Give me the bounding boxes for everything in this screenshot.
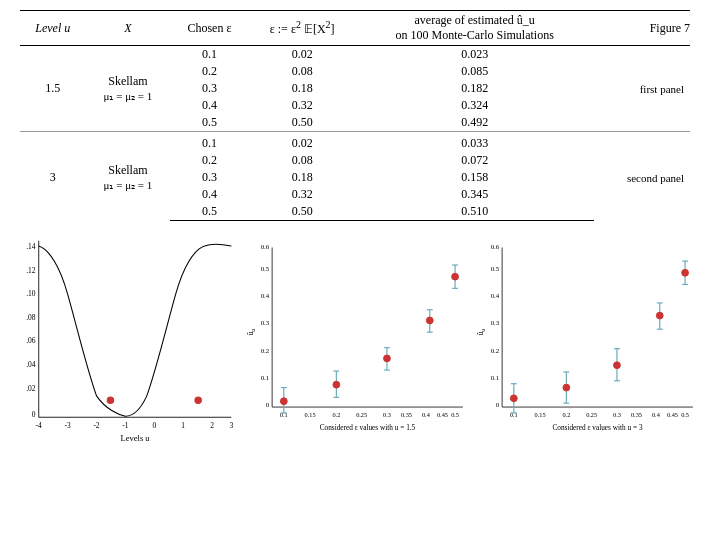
svg-text:0.5: 0.5 — [491, 265, 500, 272]
avg-cell: 0.345 — [356, 186, 594, 203]
svg-text:.10: .10 — [26, 289, 36, 298]
epsilon-cell: 0.5 — [170, 203, 248, 221]
col-header-chosen: Chosen ε — [170, 11, 248, 46]
epsilon-cell: 0.4 — [170, 97, 248, 114]
svg-text:0.5: 0.5 — [260, 265, 269, 272]
svg-text:0.5: 0.5 — [681, 411, 689, 418]
svg-text:2: 2 — [210, 421, 214, 430]
col-header-average: average of estimated û_u on 100 Monte-Ca… — [356, 11, 594, 46]
avg-cell: 0.510 — [356, 203, 594, 221]
svg-text:0.35: 0.35 — [631, 411, 642, 418]
svg-text:0.2: 0.2 — [260, 347, 269, 354]
dist-cell-0: Skellamμ₁ = μ₂ = 1 — [86, 46, 171, 132]
svg-text:0.25: 0.25 — [356, 411, 367, 418]
svg-text:0.5: 0.5 — [451, 411, 459, 418]
svg-text:0.1: 0.1 — [260, 374, 269, 381]
svg-text:0.15: 0.15 — [304, 411, 315, 418]
avg-cell: 0.324 — [356, 97, 594, 114]
svg-text:0.2: 0.2 — [491, 347, 500, 354]
epsilon-cell: 0.2 — [170, 63, 248, 80]
eps2-cell: 0.02 — [249, 132, 356, 153]
avg-cell: 0.072 — [356, 152, 594, 169]
results-table: Level u X Chosen ε ε := ε2 𝔼[X2] average… — [20, 10, 690, 221]
svg-text:0.6: 0.6 — [260, 243, 269, 250]
fig1-svg: 0 .02 .04 .06 .08 .10 .12 .14 -4 -3 -2 -… — [10, 230, 239, 444]
avg-cell: 0.033 — [356, 132, 594, 153]
svg-text:0.15: 0.15 — [535, 411, 546, 418]
svg-point-87 — [614, 362, 621, 369]
svg-text:0.4: 0.4 — [422, 411, 431, 418]
svg-point-53 — [426, 317, 433, 324]
col-header-level: Level u — [20, 11, 86, 46]
svg-text:0.6: 0.6 — [491, 243, 500, 250]
svg-point-41 — [280, 398, 287, 405]
fig3-ylabel: ûu — [476, 329, 486, 336]
svg-text:.08: .08 — [26, 313, 36, 322]
svg-text:0.3: 0.3 — [383, 411, 391, 418]
epsilon-cell: 0.3 — [170, 80, 248, 97]
figure-panel-3: 0 0.1 0.2 0.3 0.4 0.5 0.6 ûu 0.1 0.15 0.… — [471, 230, 700, 444]
svg-text:-4: -4 — [36, 421, 42, 430]
svg-point-49 — [383, 355, 390, 362]
figure-panel-1: 0 .02 .04 .06 .08 .10 .12 .14 -4 -3 -2 -… — [10, 230, 239, 444]
svg-point-79 — [511, 395, 518, 402]
svg-text:0.2: 0.2 — [563, 411, 571, 418]
figure-panel-2: 0 0.1 0.2 0.3 0.4 0.5 0.6 ûu 0.1 0.15 0.… — [241, 230, 470, 444]
svg-text:-3: -3 — [65, 421, 71, 430]
svg-text:0.1: 0.1 — [491, 374, 500, 381]
panel-label-1: second panel — [594, 132, 691, 221]
eps2-cell: 0.18 — [249, 80, 356, 97]
svg-text:.12: .12 — [26, 266, 36, 275]
dist-cell-1: Skellamμ₁ = μ₂ = 1 — [86, 132, 171, 221]
svg-point-91 — [657, 312, 664, 319]
svg-text:0.3: 0.3 — [491, 319, 500, 326]
level-cell-0: 1.5 — [20, 46, 86, 132]
svg-point-19 — [195, 397, 201, 403]
eps2-cell: 0.50 — [249, 114, 356, 132]
eps2-cell: 0.18 — [249, 169, 356, 186]
fig2-ylabel: ûu — [245, 329, 255, 336]
eps2-cell: 0.50 — [249, 203, 356, 221]
fig2-xlabel: Considered ε values with u = 1.5 — [319, 424, 415, 432]
svg-point-18 — [107, 397, 113, 403]
fig2-svg: 0 0.1 0.2 0.3 0.4 0.5 0.6 ûu 0.1 0.15 0.… — [241, 230, 470, 444]
svg-text:0.3: 0.3 — [260, 319, 269, 326]
svg-text:.04: .04 — [26, 360, 36, 369]
col-header-epsilon: ε := ε2 𝔼[X2] — [249, 11, 356, 46]
fig3-xlabel: Considered ε values with u = 3 — [553, 424, 643, 432]
level-cell-1: 3 — [20, 132, 86, 221]
svg-text:.06: .06 — [26, 336, 36, 345]
svg-text:.02: .02 — [26, 384, 36, 393]
avg-cell: 0.492 — [356, 114, 594, 132]
svg-text:0: 0 — [496, 401, 500, 408]
svg-text:-2: -2 — [93, 421, 99, 430]
svg-text:0.25: 0.25 — [586, 411, 597, 418]
svg-text:0: 0 — [265, 401, 269, 408]
avg-cell: 0.182 — [356, 80, 594, 97]
epsilon-cell: 0.1 — [170, 46, 248, 64]
epsilon-cell: 0.1 — [170, 132, 248, 153]
eps2-cell: 0.08 — [249, 63, 356, 80]
epsilon-cell: 0.4 — [170, 186, 248, 203]
table-section: Level u X Chosen ε ε := ε2 𝔼[X2] average… — [0, 0, 710, 226]
fig3-svg: 0 0.1 0.2 0.3 0.4 0.5 0.6 ûu 0.1 0.15 0.… — [471, 230, 700, 444]
col-header-figure: Figure 7 — [594, 11, 691, 46]
svg-text:0.45: 0.45 — [437, 411, 448, 418]
svg-point-95 — [682, 269, 689, 276]
figure-section: 0 .02 .04 .06 .08 .10 .12 .14 -4 -3 -2 -… — [0, 226, 710, 446]
svg-text:0.4: 0.4 — [652, 411, 661, 418]
epsilon-cell: 0.5 — [170, 114, 248, 132]
svg-point-45 — [333, 381, 340, 388]
avg-cell: 0.023 — [356, 46, 594, 64]
avg-cell: 0.085 — [356, 63, 594, 80]
svg-text:3: 3 — [229, 421, 233, 430]
eps2-cell: 0.32 — [249, 186, 356, 203]
epsilon-cell: 0.2 — [170, 152, 248, 169]
svg-text:-1: -1 — [122, 421, 128, 430]
svg-point-57 — [451, 273, 458, 280]
epsilon-cell: 0.3 — [170, 169, 248, 186]
svg-text:0.4: 0.4 — [260, 292, 269, 299]
svg-text:0.3: 0.3 — [613, 411, 621, 418]
svg-text:0.4: 0.4 — [491, 292, 500, 299]
svg-point-83 — [563, 384, 570, 391]
